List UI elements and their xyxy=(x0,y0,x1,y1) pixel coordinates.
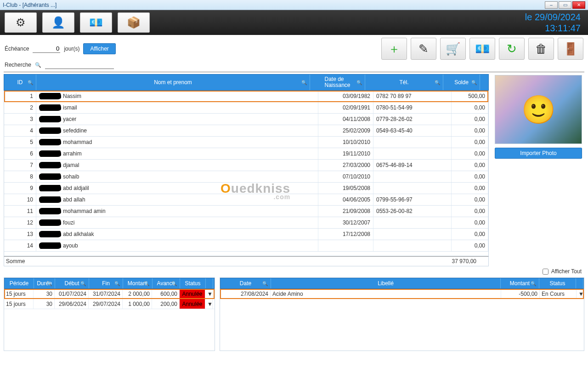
afficher-tout-checkbox[interactable] xyxy=(543,269,548,275)
table-row[interactable]: 7djamal27/03/20000675-46-89-140,00 xyxy=(4,160,488,171)
box-icon: 📦 xyxy=(127,16,141,29)
col-debut[interactable]: Début🔍 xyxy=(55,278,89,288)
money-button[interactable]: 💶 xyxy=(80,12,112,33)
cell-dob: 10/10/2010 xyxy=(318,137,373,148)
cell-solde: 0,00 xyxy=(452,171,488,182)
exit-button[interactable]: 🚪 xyxy=(558,38,583,60)
members-grid[interactable]: 1Nassim03/09/19820782 70 89 97500,002ism… xyxy=(4,91,489,256)
col-id[interactable]: ID🔍 xyxy=(4,75,36,90)
cell-tel xyxy=(373,137,452,148)
cell-solde: 0,00 xyxy=(452,102,488,113)
cell-tel: 0549-63-45-40 xyxy=(373,125,452,136)
cart-icon: 🛒 xyxy=(446,42,460,56)
col-tel[interactable]: Tél.🔍 xyxy=(365,75,443,90)
filter-row: Échéance jour(s) Afficher ＋ ✎ 🛒 💶 ↻ 🗑 🚪 xyxy=(0,35,588,61)
cell-id: 1 xyxy=(4,91,36,102)
cart-button[interactable]: 🛒 xyxy=(440,38,466,60)
afficher-button[interactable]: Afficher xyxy=(83,43,115,54)
user-button[interactable]: 👤 xyxy=(42,12,74,33)
cell-tel: 0553-26-00-82 xyxy=(373,206,452,217)
cell-dob: 04/11/2008 xyxy=(318,114,373,125)
table-row[interactable]: 15 jours3029/06/202429/07/20241 000,0020… xyxy=(4,299,215,309)
col-name[interactable]: Nom et prenom🔍 xyxy=(36,75,310,90)
col-solde[interactable]: Solde🔍 xyxy=(443,75,480,90)
cell-tel xyxy=(373,229,452,240)
table-row[interactable]: 10abd allah04/06/20050799-55-96-970,00 xyxy=(4,194,488,206)
col-montant[interactable]: Montant🔍 xyxy=(501,278,539,288)
col-montant[interactable]: Montant🔍 xyxy=(123,278,153,288)
col-duree[interactable]: Durée🔍 xyxy=(34,278,55,288)
cell-tel xyxy=(373,171,452,182)
cell-debut: 29/06/2024 xyxy=(55,299,89,309)
echeance-input[interactable] xyxy=(33,45,60,53)
magnifier-icon: 🔍 xyxy=(262,281,268,286)
cell-id: 3 xyxy=(4,114,36,125)
import-photo-button[interactable]: Importer Photo xyxy=(495,148,582,159)
search-input[interactable] xyxy=(45,61,114,69)
table-row[interactable]: 9abd aldjalil19/05/20080,00 xyxy=(4,183,488,194)
cell-montant: 2 000,00 xyxy=(123,289,152,299)
table-row[interactable]: 5mohammad10/10/20100,00 xyxy=(4,137,488,148)
clock: le 29/09/2024 13:11:47 xyxy=(525,12,583,34)
cell-periode: 15 jours xyxy=(4,299,34,309)
add-button[interactable]: ＋ xyxy=(381,38,407,60)
cell-id: 5 xyxy=(4,137,36,148)
table-row[interactable]: 15 jours3001/07/202431/07/20242 000,0060… xyxy=(4,289,215,299)
cell-tel xyxy=(373,148,452,159)
magnifier-icon: 🔍 xyxy=(531,281,536,286)
cell-status: En Cours xyxy=(540,289,577,299)
col-dropdown-spacer xyxy=(206,278,213,288)
col-libelle[interactable]: Libellé xyxy=(271,278,501,288)
subs-body[interactable]: 15 jours3001/07/202431/07/20242 000,0060… xyxy=(4,289,215,351)
cell-tel: 0779-28-26-02 xyxy=(373,114,452,125)
cell-id: 13 xyxy=(4,229,36,240)
edit-button[interactable]: ✎ xyxy=(411,38,436,60)
settings-button[interactable]: ⚙ xyxy=(5,12,37,33)
col-status[interactable]: Status xyxy=(539,278,576,288)
row-dropdown[interactable]: ▼ xyxy=(205,299,213,309)
table-row[interactable]: 13abd alkhalak17/12/20080,00 xyxy=(4,229,488,240)
cell-avance: 600,00 xyxy=(152,289,180,299)
col-avance[interactable]: Avance🔍 xyxy=(153,278,180,288)
table-row[interactable]: 1Nassim03/09/19820782 70 89 97500,00 xyxy=(4,91,488,102)
cell-name: djamal xyxy=(36,160,318,171)
window-minimize-button[interactable]: – xyxy=(545,1,558,9)
col-fin[interactable]: Fin🔍 xyxy=(89,278,123,288)
col-dob[interactable]: Date de Naissance🔍 xyxy=(310,75,365,90)
table-row[interactable]: 12fouzi30/12/20070,00 xyxy=(4,217,488,229)
table-row[interactable]: 2ismail02/09/19910780-51-54-990,00 xyxy=(4,102,488,114)
redacted-icon xyxy=(39,196,61,203)
ledger-body[interactable]: 27/08/2024Acide Amino-500,00En Cours▼ xyxy=(220,289,584,351)
row-dropdown[interactable]: ▼ xyxy=(205,289,213,299)
cell-dob: 04/06/2005 xyxy=(318,194,373,205)
window-title: I-Club - [Adhérants ...] xyxy=(3,2,544,8)
table-row[interactable]: 6arrahim19/11/20100,00 xyxy=(4,148,488,160)
refresh-button[interactable]: ↻ xyxy=(499,38,525,60)
table-row[interactable]: 11mohammad amin21/09/20080553-26-00-820,… xyxy=(4,206,488,217)
table-row[interactable]: 14ayoub0,00 xyxy=(4,240,488,252)
table-row[interactable]: 27/08/2024Acide Amino-500,00En Cours▼ xyxy=(220,289,584,299)
payment-button[interactable]: 💶 xyxy=(469,38,495,60)
magnifier-icon: 🔍 xyxy=(356,80,362,85)
window-close-button[interactable]: ✕ xyxy=(572,1,585,9)
table-row[interactable]: 3yacer04/11/20080779-28-26-020,00 xyxy=(4,114,488,125)
redacted-icon xyxy=(39,185,61,191)
cell-id: 2 xyxy=(4,102,36,113)
redacted-icon xyxy=(39,93,61,99)
cell-id: 10 xyxy=(4,194,36,205)
cell-duree: 30 xyxy=(34,289,55,299)
cell-tel xyxy=(373,183,452,194)
col-date[interactable]: Date🔍 xyxy=(220,278,271,288)
table-row[interactable]: 8sohaib07/10/20100,00 xyxy=(4,171,488,183)
wrench-icon: ⚙ xyxy=(16,16,26,29)
table-row[interactable]: 4sefeddine25/02/20090549-63-45-400,00 xyxy=(4,125,488,137)
col-periode[interactable]: Période xyxy=(5,278,34,288)
cell-solde: 0,00 xyxy=(452,114,488,125)
col-status[interactable]: Status xyxy=(180,278,206,288)
purge-button[interactable]: 🗑 xyxy=(528,38,554,60)
cell-solde: 0,00 xyxy=(452,125,488,136)
inventory-button[interactable]: 📦 xyxy=(118,12,150,33)
cell-name: abd allah xyxy=(36,194,318,205)
row-dropdown[interactable]: ▼ xyxy=(577,289,584,299)
window-maximize-button[interactable]: ▭ xyxy=(559,1,571,9)
